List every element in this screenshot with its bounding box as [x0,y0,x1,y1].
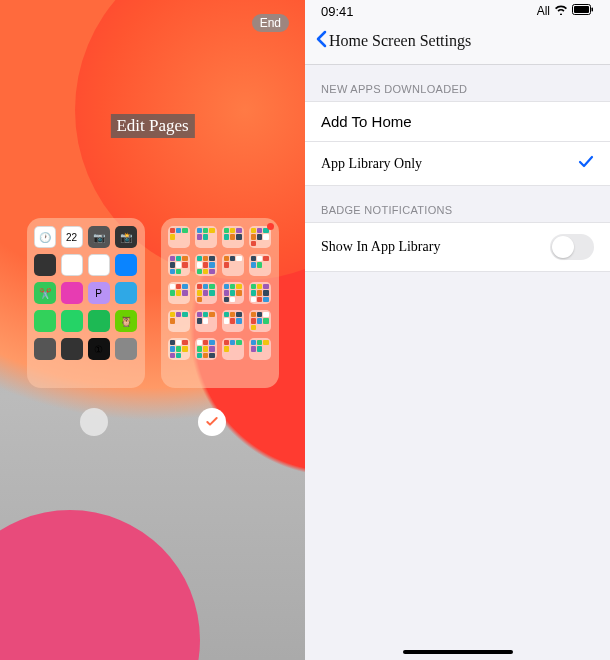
folder-icon[interactable] [195,310,217,332]
folder-icon[interactable] [168,226,190,248]
app-icon[interactable]: 22 [61,226,83,248]
folder-icon[interactable] [168,282,190,304]
option-add-to-home[interactable]: Add To Home [305,101,610,142]
folder-icon[interactable] [195,226,217,248]
app-icon[interactable] [61,338,83,360]
check-icon [86,414,102,430]
app-icon[interactable]: ① [88,338,110,360]
option-label: App Library Only [321,156,422,172]
status-time: 09:41 [321,4,354,19]
svg-rect-2 [592,8,594,12]
folder-icon[interactable] [222,254,244,276]
home-screen-settings: 09:41 All Home Screen Settings NEW APPS … [305,0,610,660]
page-checks [0,408,305,436]
page-title: Edit Pages [110,114,194,138]
app-icon[interactable] [115,254,137,276]
app-icon[interactable] [34,338,56,360]
edit-pages-screen: End Edit Pages 🕐22📷📸✂️P🦉① [0,0,305,660]
home-page-thumbnail-2[interactable] [161,218,279,388]
badge-icon [267,223,274,230]
app-icon[interactable] [115,338,137,360]
folder-icon[interactable] [249,282,271,304]
home-indicator[interactable] [403,650,513,654]
folder-icon[interactable] [222,226,244,248]
section-header-new-apps: NEW APPS DOWNLOADED [305,65,610,101]
show-in-app-library-toggle[interactable] [550,234,594,260]
app-icon[interactable] [88,310,110,332]
page-1-checkbox[interactable] [80,408,108,436]
option-label: Add To Home [321,113,412,130]
folder-icon[interactable] [168,310,190,332]
folder-icon[interactable] [195,254,217,276]
app-icon[interactable] [115,282,137,304]
folder-icon[interactable] [222,282,244,304]
app-icon[interactable] [61,254,83,276]
folder-icon[interactable] [168,338,190,360]
folder-icon[interactable] [249,226,271,248]
folder-icon[interactable] [249,338,271,360]
end-button[interactable]: End [252,14,289,32]
toggle-label: Show In App Library [321,239,440,255]
home-page-thumbnail-1[interactable]: 🕐22📷📸✂️P🦉① [27,218,145,388]
app-icon[interactable]: 📸 [115,226,137,248]
folder-icon[interactable] [222,338,244,360]
back-button[interactable] [315,28,327,54]
folder-icon[interactable] [195,338,217,360]
folder-icon[interactable] [249,254,271,276]
wifi-icon [554,4,568,18]
svg-rect-1 [574,6,589,13]
app-icon[interactable]: 📷 [88,226,110,248]
app-icon[interactable] [61,282,83,304]
pages-row: 🕐22📷📸✂️P🦉① [0,218,305,388]
page-2-checkbox[interactable] [198,408,226,436]
row-show-in-app-library: Show In App Library [305,222,610,272]
folder-icon[interactable] [249,310,271,332]
app-icon[interactable] [34,310,56,332]
app-icon[interactable] [34,254,56,276]
app-icon[interactable] [88,254,110,276]
chevron-left-icon [315,30,327,48]
status-bar: 09:41 All [305,0,610,22]
check-icon [204,414,220,430]
option-app-library-only[interactable]: App Library Only [305,142,610,186]
carrier-label: All [537,4,550,18]
app-icon[interactable]: P [88,282,110,304]
folder-icon[interactable] [168,254,190,276]
checkmark-icon [578,153,594,174]
nav-title: Home Screen Settings [329,32,471,50]
section-header-badge-notifications: BADGE NOTIFICATIONS [305,186,610,222]
app-icon[interactable]: 🕐 [34,226,56,248]
app-icon[interactable]: ✂️ [34,282,56,304]
folder-icon[interactable] [195,282,217,304]
nav-bar: Home Screen Settings [305,22,610,65]
app-icon[interactable] [61,310,83,332]
folder-icon[interactable] [222,310,244,332]
battery-icon [572,4,594,18]
app-icon[interactable]: 🦉 [115,310,137,332]
